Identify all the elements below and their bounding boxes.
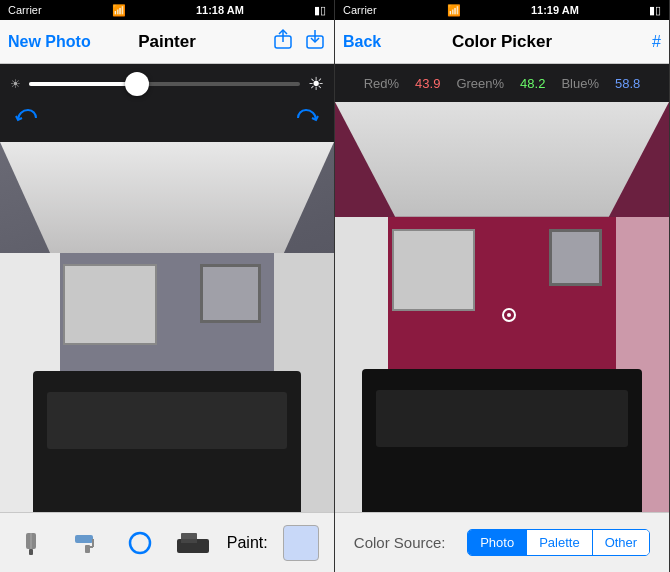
left-toolbar: Paint: [0, 512, 334, 572]
share-icon [272, 28, 294, 50]
brush-tool[interactable] [15, 524, 53, 562]
left-wifi-icon: 📶 [112, 4, 126, 17]
frame-back [200, 264, 260, 323]
tray-icon [175, 529, 211, 557]
paint-swatch[interactable] [283, 525, 319, 561]
whiteboard-left [63, 264, 157, 345]
left-carrier: Carrier [8, 4, 42, 16]
color-info-bar: Red% 43.9 Green% 48.2 Blue% 58.8 [335, 64, 669, 102]
right-nav-title: Color Picker [452, 32, 552, 52]
other-segment-button[interactable]: Other [593, 530, 650, 555]
undo-left-icon [12, 106, 40, 134]
sun-large-icon: ☀ [308, 73, 324, 95]
blue-value: 58.8 [615, 76, 640, 91]
left-nav-title: Painter [138, 32, 196, 52]
right-battery-icon: ▮▯ [649, 4, 661, 17]
svg-rect-10 [85, 545, 90, 553]
sofa-right [362, 369, 643, 513]
brush-icon [18, 527, 50, 559]
frame-back-purple [549, 229, 602, 286]
download-button[interactable] [304, 28, 326, 55]
right-panel: Carrier 📶 11:19 AM ▮▯ Back Color Picker … [335, 0, 670, 572]
left-nav-icons [272, 28, 326, 55]
circle-tool[interactable] [121, 524, 159, 562]
color-source-label: Color Source: [354, 534, 446, 551]
photo-segment-button[interactable]: Photo [468, 530, 527, 555]
svg-rect-5 [29, 549, 33, 555]
undo-bar [0, 104, 334, 142]
left-status-bar: Carrier 📶 11:18 AM ▮▯ [0, 0, 334, 20]
red-value: 43.9 [415, 76, 440, 91]
right-nav-bar: Back Color Picker # [335, 20, 669, 64]
svg-rect-14 [181, 539, 197, 543]
svg-rect-7 [75, 535, 93, 543]
right-carrier: Carrier [343, 4, 377, 16]
color-source-segmented-control: Photo Palette Other [467, 529, 650, 556]
whiteboard-right [392, 229, 476, 311]
hash-button[interactable]: # [652, 33, 661, 51]
left-room-image[interactable] [0, 142, 334, 512]
left-battery-icon: ▮▯ [314, 4, 326, 17]
left-nav-bar: New Photo Painter [0, 20, 334, 64]
right-status-bar: Carrier 📶 11:19 AM ▮▯ [335, 0, 669, 20]
right-toolbar: Color Source: Photo Palette Other [335, 512, 669, 572]
roller-tool[interactable] [68, 524, 106, 562]
room-gray [0, 142, 334, 512]
sun-small-icon: ☀ [10, 77, 21, 91]
paint-label: Paint: [227, 534, 268, 552]
circle-icon [124, 527, 156, 559]
brightness-bar: ☀ ☀ [0, 64, 334, 104]
tray-tool[interactable] [174, 524, 212, 562]
undo-right-button[interactable] [294, 106, 322, 140]
left-panel: Carrier 📶 11:18 AM ▮▯ New Photo Painter [0, 0, 335, 572]
download-icon [304, 28, 326, 50]
ceiling [0, 142, 334, 253]
undo-right-icon [294, 106, 322, 134]
green-label: Green% [456, 76, 504, 91]
color-picker-cursor [502, 308, 516, 322]
right-wifi-icon: 📶 [447, 4, 461, 17]
blue-label: Blue% [561, 76, 599, 91]
green-value: 48.2 [520, 76, 545, 91]
sofa-left [33, 371, 300, 512]
right-time: 11:19 AM [531, 4, 579, 16]
new-photo-button[interactable]: New Photo [8, 33, 91, 51]
brightness-thumb[interactable] [125, 72, 149, 96]
brightness-slider[interactable] [29, 82, 300, 86]
brightness-fill [29, 82, 137, 86]
red-label: Red% [364, 76, 399, 91]
left-time: 11:18 AM [196, 4, 244, 16]
ceiling-purple [335, 102, 669, 217]
right-room-image[interactable] [335, 102, 669, 512]
room-purple [335, 102, 669, 512]
roller-icon [71, 527, 103, 559]
palette-segment-button[interactable]: Palette [527, 530, 592, 555]
undo-left-button[interactable] [12, 106, 40, 140]
back-button[interactable]: Back [343, 33, 381, 51]
svg-point-11 [130, 533, 150, 553]
share-button[interactable] [272, 28, 294, 55]
